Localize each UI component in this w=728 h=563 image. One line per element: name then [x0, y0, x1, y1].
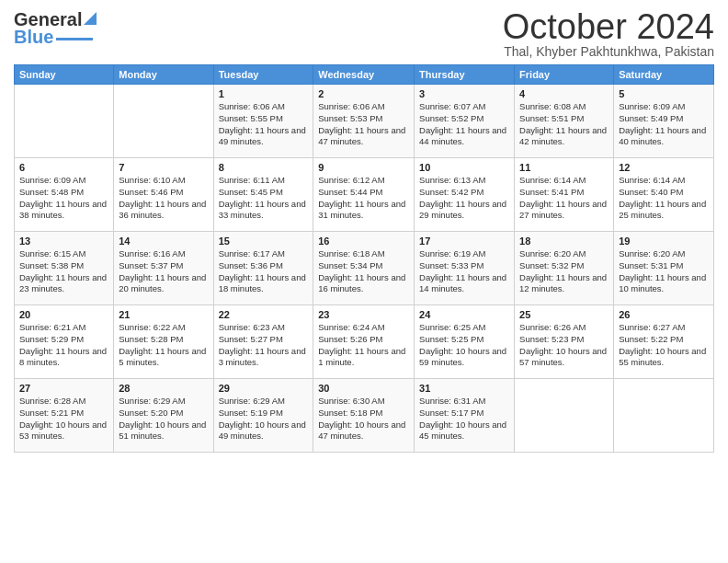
cell-info: Sunrise: 6:27 AMSunset: 5:22 PMDaylight:…	[619, 322, 709, 369]
calendar-cell: 5 Sunrise: 6:09 AMSunset: 5:49 PMDayligh…	[614, 85, 714, 158]
cell-info: Sunrise: 6:07 AMSunset: 5:52 PMDaylight:…	[419, 101, 509, 148]
cell-info: Sunrise: 6:18 AMSunset: 5:34 PMDaylight:…	[318, 248, 409, 295]
page: General Blue October 2024 Thal, Khyber P…	[0, 0, 728, 563]
calendar-cell	[15, 85, 114, 158]
col-wednesday: Wednesday	[313, 65, 415, 85]
header: General Blue October 2024 Thal, Khyber P…	[14, 9, 714, 59]
cell-info: Sunrise: 6:15 AMSunset: 5:38 PMDaylight:…	[19, 248, 108, 295]
calendar-cell: 17 Sunrise: 6:19 AMSunset: 5:33 PMDaylig…	[415, 232, 515, 305]
cell-date: 12	[619, 162, 709, 173]
cell-date: 19	[619, 236, 709, 247]
calendar-cell: 9 Sunrise: 6:12 AMSunset: 5:44 PMDayligh…	[313, 158, 415, 232]
cell-date: 27	[19, 383, 108, 394]
calendar-cell: 7 Sunrise: 6:10 AMSunset: 5:46 PMDayligh…	[114, 158, 213, 232]
cell-info: Sunrise: 6:11 AMSunset: 5:45 PMDaylight:…	[219, 175, 309, 222]
calendar-cell: 23 Sunrise: 6:24 AMSunset: 5:26 PMDaylig…	[313, 305, 415, 379]
calendar-cell: 30 Sunrise: 6:30 AMSunset: 5:18 PMDaylig…	[313, 379, 415, 453]
col-sunday: Sunday	[15, 65, 114, 85]
cell-date: 25	[519, 309, 609, 320]
cell-date: 14	[119, 236, 208, 247]
cell-date: 31	[419, 383, 509, 394]
cell-date: 11	[519, 162, 609, 173]
calendar-cell: 13 Sunrise: 6:15 AMSunset: 5:38 PMDaylig…	[15, 232, 114, 305]
col-thursday: Thursday	[415, 65, 515, 85]
cell-date: 28	[119, 383, 208, 394]
cell-date: 24	[419, 309, 509, 320]
cell-info: Sunrise: 6:16 AMSunset: 5:37 PMDaylight:…	[119, 248, 208, 295]
calendar-cell: 19 Sunrise: 6:20 AMSunset: 5:31 PMDaylig…	[614, 232, 714, 305]
calendar-cell: 21 Sunrise: 6:22 AMSunset: 5:28 PMDaylig…	[114, 305, 213, 379]
cell-info: Sunrise: 6:30 AMSunset: 5:18 PMDaylight:…	[318, 396, 409, 442]
cell-info: Sunrise: 6:06 AMSunset: 5:53 PMDaylight:…	[318, 101, 409, 148]
calendar-cell: 8 Sunrise: 6:11 AMSunset: 5:45 PMDayligh…	[213, 158, 313, 232]
col-friday: Friday	[515, 65, 614, 85]
cell-date: 20	[19, 309, 108, 320]
calendar-cell: 6 Sunrise: 6:09 AMSunset: 5:48 PMDayligh…	[15, 158, 114, 232]
calendar-cell	[114, 85, 213, 158]
cell-date: 16	[318, 236, 409, 247]
col-monday: Monday	[114, 65, 213, 85]
location-title: Thal, Khyber Pakhtunkhwa, Pakistan	[503, 44, 714, 59]
calendar-cell: 26 Sunrise: 6:27 AMSunset: 5:22 PMDaylig…	[614, 305, 714, 379]
cell-info: Sunrise: 6:14 AMSunset: 5:40 PMDaylight:…	[619, 175, 709, 222]
cell-info: Sunrise: 6:09 AMSunset: 5:49 PMDaylight:…	[619, 101, 709, 148]
calendar: Sunday Monday Tuesday Wednesday Thursday…	[14, 64, 714, 453]
calendar-cell: 15 Sunrise: 6:17 AMSunset: 5:36 PMDaylig…	[213, 232, 313, 305]
cell-date: 7	[119, 162, 208, 173]
calendar-cell: 18 Sunrise: 6:20 AMSunset: 5:32 PMDaylig…	[515, 232, 614, 305]
cell-date: 13	[19, 236, 108, 247]
col-tuesday: Tuesday	[213, 65, 313, 85]
cell-date: 26	[619, 309, 709, 320]
calendar-cell: 4 Sunrise: 6:08 AMSunset: 5:51 PMDayligh…	[515, 85, 614, 158]
cell-date: 30	[318, 383, 409, 394]
calendar-cell	[614, 379, 714, 453]
calendar-cell: 29 Sunrise: 6:29 AMSunset: 5:19 PMDaylig…	[213, 379, 313, 453]
cell-info: Sunrise: 6:28 AMSunset: 5:21 PMDaylight:…	[19, 396, 108, 442]
calendar-cell	[515, 379, 614, 453]
cell-info: Sunrise: 6:08 AMSunset: 5:51 PMDaylight:…	[519, 101, 609, 148]
calendar-cell: 3 Sunrise: 6:07 AMSunset: 5:52 PMDayligh…	[415, 85, 515, 158]
cell-info: Sunrise: 6:26 AMSunset: 5:23 PMDaylight:…	[519, 322, 609, 369]
cell-info: Sunrise: 6:19 AMSunset: 5:33 PMDaylight:…	[419, 248, 509, 295]
cell-info: Sunrise: 6:23 AMSunset: 5:27 PMDaylight:…	[219, 322, 309, 369]
cell-info: Sunrise: 6:14 AMSunset: 5:41 PMDaylight:…	[519, 175, 609, 222]
calendar-week-4: 20 Sunrise: 6:21 AMSunset: 5:29 PMDaylig…	[15, 305, 714, 379]
cell-date: 9	[318, 162, 409, 173]
cell-date: 2	[318, 88, 409, 99]
cell-date: 4	[519, 88, 609, 99]
calendar-cell: 12 Sunrise: 6:14 AMSunset: 5:40 PMDaylig…	[614, 158, 714, 232]
cell-date: 10	[419, 162, 509, 173]
cell-info: Sunrise: 6:20 AMSunset: 5:32 PMDaylight:…	[519, 248, 609, 295]
cell-date: 15	[219, 236, 309, 247]
title-section: October 2024 Thal, Khyber Pakhtunkhwa, P…	[503, 9, 714, 59]
calendar-cell: 22 Sunrise: 6:23 AMSunset: 5:27 PMDaylig…	[213, 305, 313, 379]
calendar-cell: 20 Sunrise: 6:21 AMSunset: 5:29 PMDaylig…	[15, 305, 114, 379]
calendar-cell: 24 Sunrise: 6:25 AMSunset: 5:25 PMDaylig…	[415, 305, 515, 379]
cell-date: 6	[19, 162, 108, 173]
cell-date: 1	[219, 88, 309, 99]
cell-date: 8	[219, 162, 309, 173]
col-saturday: Saturday	[614, 65, 714, 85]
cell-info: Sunrise: 6:29 AMSunset: 5:20 PMDaylight:…	[119, 396, 208, 442]
calendar-cell: 11 Sunrise: 6:14 AMSunset: 5:41 PMDaylig…	[515, 158, 614, 232]
calendar-week-2: 6 Sunrise: 6:09 AMSunset: 5:48 PMDayligh…	[15, 158, 714, 232]
cell-info: Sunrise: 6:10 AMSunset: 5:46 PMDaylight:…	[119, 175, 208, 222]
cell-info: Sunrise: 6:12 AMSunset: 5:44 PMDaylight:…	[318, 175, 409, 222]
calendar-cell: 28 Sunrise: 6:29 AMSunset: 5:20 PMDaylig…	[114, 379, 213, 453]
cell-date: 18	[519, 236, 609, 247]
cell-info: Sunrise: 6:31 AMSunset: 5:17 PMDaylight:…	[419, 396, 509, 442]
calendar-cell: 31 Sunrise: 6:31 AMSunset: 5:17 PMDaylig…	[415, 379, 515, 453]
cell-info: Sunrise: 6:06 AMSunset: 5:55 PMDaylight:…	[219, 101, 309, 148]
calendar-cell: 14 Sunrise: 6:16 AMSunset: 5:37 PMDaylig…	[114, 232, 213, 305]
calendar-week-3: 13 Sunrise: 6:15 AMSunset: 5:38 PMDaylig…	[15, 232, 714, 305]
cell-date: 21	[119, 309, 208, 320]
cell-info: Sunrise: 6:20 AMSunset: 5:31 PMDaylight:…	[619, 248, 709, 295]
calendar-header-row: Sunday Monday Tuesday Wednesday Thursday…	[15, 65, 714, 85]
cell-date: 5	[619, 88, 709, 99]
logo-triangle-icon	[84, 8, 97, 29]
cell-date: 29	[219, 383, 309, 394]
calendar-cell: 25 Sunrise: 6:26 AMSunset: 5:23 PMDaylig…	[515, 305, 614, 379]
cell-date: 22	[219, 309, 309, 320]
month-title: October 2024	[503, 9, 714, 44]
cell-info: Sunrise: 6:17 AMSunset: 5:36 PMDaylight:…	[219, 248, 309, 295]
